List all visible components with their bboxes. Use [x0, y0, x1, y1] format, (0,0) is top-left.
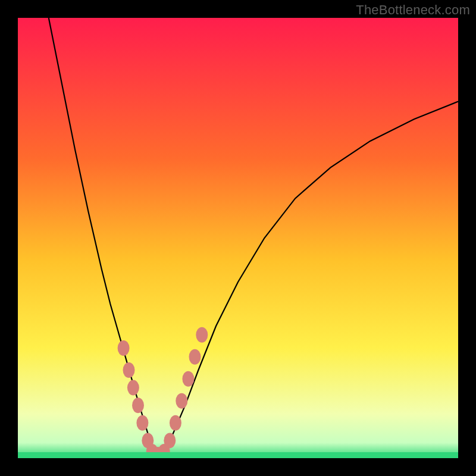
highlight-dot — [127, 380, 139, 396]
highlight-dot — [132, 397, 144, 413]
chart-frame: TheBottleneck.com — [0, 0, 476, 476]
highlight-dot — [170, 415, 181, 431]
highlight-marker-group — [118, 327, 208, 458]
highlight-dot — [123, 362, 135, 378]
plot-area — [18, 18, 458, 458]
baseline-strip — [18, 452, 458, 458]
highlight-dot — [182, 371, 194, 387]
highlight-dot — [164, 433, 176, 448]
highlight-dot — [118, 340, 130, 356]
highlight-dot — [189, 349, 201, 365]
watermark-label: TheBottleneck.com — [356, 2, 470, 18]
curve-right-branch — [163, 102, 458, 454]
curve-layer — [18, 18, 458, 458]
highlight-dot — [196, 327, 208, 343]
highlight-dot — [176, 393, 187, 409]
highlight-dot — [136, 415, 148, 431]
